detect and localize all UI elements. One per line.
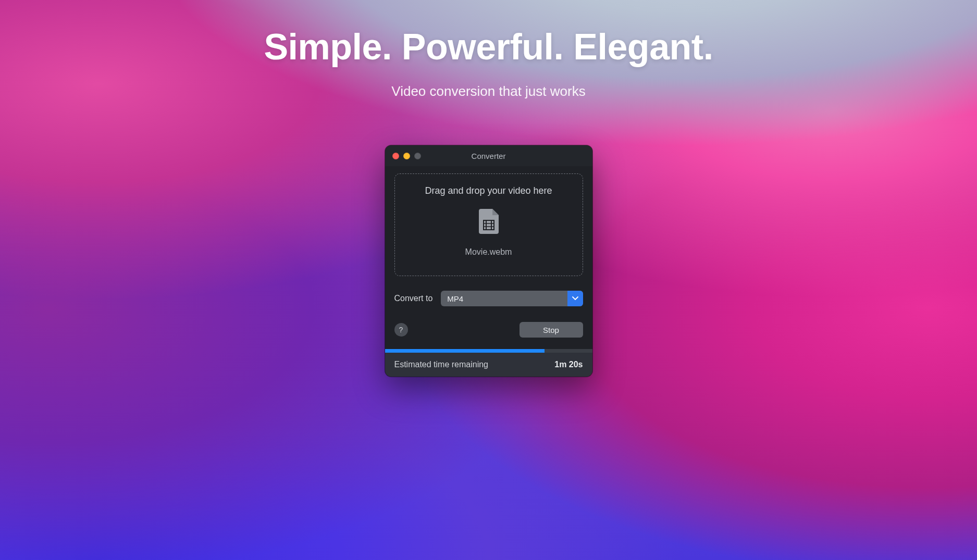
video-file-icon: [479, 209, 499, 236]
window-title: Converter: [385, 152, 592, 160]
window-titlebar[interactable]: Converter: [385, 145, 592, 166]
output-format-select[interactable]: MP4: [441, 291, 583, 306]
converter-window: Converter Drag and drop your video here …: [385, 145, 592, 377]
output-format-value: MP4: [441, 291, 567, 306]
window-content: Drag and drop your video here Movie.webm…: [385, 166, 592, 338]
hero-subtitle: Video conversion that just works: [0, 83, 977, 99]
stop-button[interactable]: Stop: [520, 322, 583, 338]
video-dropzone[interactable]: Drag and drop your video here Movie.webm: [394, 173, 583, 276]
help-button[interactable]: ?: [394, 323, 408, 337]
convert-to-label: Convert to: [394, 294, 433, 303]
window-footer: Estimated time remaining 1m 20s: [385, 353, 592, 377]
convert-row: Convert to MP4: [394, 291, 583, 306]
help-icon: ?: [399, 326, 403, 334]
progress-fill: [385, 349, 545, 353]
dropzone-prompt: Drag and drop your video here: [425, 185, 552, 196]
hero-title: Simple. Powerful. Elegant.: [0, 26, 977, 68]
progress-bar: [385, 349, 592, 353]
stop-button-label: Stop: [543, 326, 559, 334]
hero-section: Simple. Powerful. Elegant. Video convers…: [0, 0, 977, 99]
time-remaining-value: 1m 20s: [554, 360, 583, 369]
dropped-filename: Movie.webm: [465, 247, 512, 257]
action-row: ? Stop: [394, 322, 583, 338]
time-remaining-label: Estimated time remaining: [394, 360, 489, 369]
chevron-down-icon: [567, 291, 583, 306]
